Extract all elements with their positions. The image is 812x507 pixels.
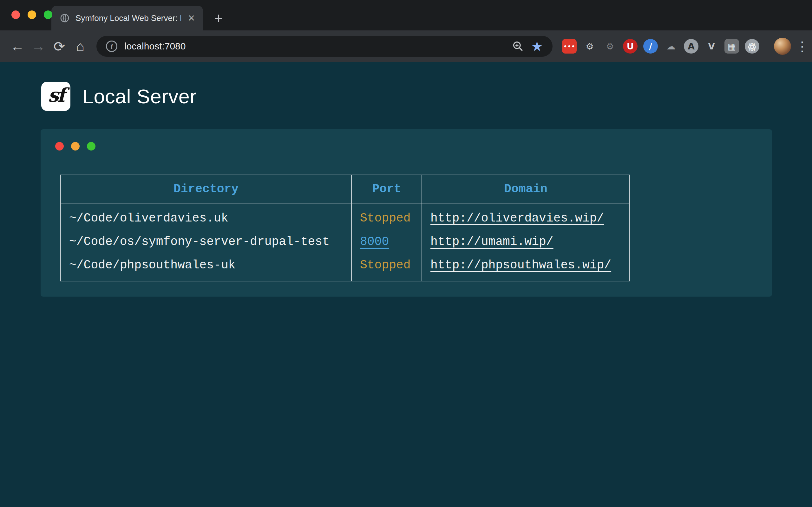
domain-link[interactable]: http://umami.wip/ [430, 235, 554, 248]
port-header: Port [351, 175, 422, 203]
reload-icon[interactable]: ⟳ [49, 36, 70, 57]
new-tab-button[interactable]: + [209, 9, 228, 27]
minimize-window-button[interactable] [28, 10, 36, 19]
ublock-extension-icon[interactable]: U [623, 39, 638, 54]
domain-cell: http://oliverdavies.wip/ [422, 203, 629, 230]
profile-avatar[interactable] [774, 38, 791, 55]
card-orange-dot-icon [71, 142, 80, 151]
directory-header: Directory [61, 175, 351, 203]
card-red-dot-icon [55, 142, 64, 151]
browser-menu-icon[interactable]: ⋮ [796, 36, 809, 57]
brand-header: sf Local Server [41, 82, 812, 111]
browser-toolbar: ← → ⟳ ⌂ i localhost:7080 ★ •••⚙⚙U/☁AV▦ꙮ … [0, 31, 812, 62]
port-cell: 8000 [351, 230, 422, 253]
table-row: ~/Code/oliverdavies.ukStoppedhttp://oliv… [61, 203, 629, 230]
port-status: Stopped [360, 211, 411, 225]
card-window-dots [41, 129, 772, 151]
directory-cell: ~/Code/os/symfony-server-drupal-test [61, 230, 351, 253]
domain-cell: http://umami.wip/ [422, 230, 629, 253]
domain-cell: http://phpsouthwales.wip/ [422, 253, 629, 281]
symfony-logo-text: sf [48, 84, 64, 106]
server-card: Directory Port Domain ~/Code/oliverdavie… [41, 129, 772, 297]
zoom-indicator-icon[interactable] [512, 40, 524, 52]
page-content: sf Local Server Directory Port Domain ~/… [0, 62, 812, 507]
globe-favicon-icon [60, 13, 70, 23]
extensions-area: •••⚙⚙U/☁AV▦ꙮ [562, 39, 759, 54]
site-info-icon[interactable]: i [106, 41, 117, 52]
home-icon[interactable]: ⌂ [70, 36, 91, 57]
tab-title: Symfony Local Web Server: Prox [75, 13, 181, 23]
table-row: ~/Code/os/symfony-server-drupal-test8000… [61, 230, 629, 253]
close-window-button[interactable] [11, 10, 20, 19]
gray-square-extension-icon[interactable]: ▦ [724, 39, 739, 54]
card-green-dot-icon [87, 142, 96, 151]
url-text[interactable]: localhost:7080 [124, 41, 505, 52]
symfony-logo: sf [41, 82, 70, 111]
port-cell: Stopped [351, 253, 422, 281]
page-title: Local Server [83, 85, 197, 108]
domain-link[interactable]: http://phpsouthwales.wip/ [430, 258, 611, 272]
server-table-body: ~/Code/oliverdavies.ukStoppedhttp://oliv… [61, 203, 629, 281]
tab-close-icon[interactable]: × [187, 12, 196, 24]
window-controls [11, 10, 52, 19]
back-icon[interactable]: ← [7, 36, 28, 57]
gear-extension-icon[interactable]: ⚙ [582, 39, 597, 54]
zoom-window-button[interactable] [44, 10, 52, 19]
browser-tab[interactable]: Symfony Local Web Server: Prox × [51, 6, 203, 31]
port-link[interactable]: 8000 [360, 235, 389, 248]
forward-icon[interactable]: → [28, 36, 49, 57]
domain-link[interactable]: http://oliverdavies.wip/ [430, 211, 604, 225]
port-cell: Stopped [351, 203, 422, 230]
port-status: Stopped [360, 258, 411, 272]
red-dots-extension-icon[interactable]: ••• [562, 39, 577, 54]
blue-circle-extension-icon[interactable]: / [643, 39, 658, 54]
address-bar[interactable]: i localhost:7080 ★ [96, 36, 553, 57]
cloud-extension-icon[interactable]: ☁ [664, 39, 678, 54]
bookmark-star-icon[interactable]: ★ [531, 39, 543, 54]
table-header-row: Directory Port Domain [61, 175, 629, 203]
server-table: Directory Port Domain ~/Code/oliverdavie… [60, 175, 630, 281]
domain-header: Domain [422, 175, 629, 203]
directory-cell: ~/Code/oliverdavies.uk [61, 203, 351, 230]
directory-cell: ~/Code/phpsouthwales-uk [61, 253, 351, 281]
a-letter-extension-icon[interactable]: A [684, 39, 699, 54]
github-extension-icon[interactable]: ꙮ [745, 39, 759, 54]
table-row: ~/Code/phpsouthwales-ukStoppedhttp://php… [61, 253, 629, 281]
dark-gear-extension-icon[interactable]: ⚙ [603, 39, 617, 54]
v-letter-extension-icon[interactable]: V [704, 39, 719, 54]
tab-strip: Symfony Local Web Server: Prox × + [0, 0, 812, 31]
